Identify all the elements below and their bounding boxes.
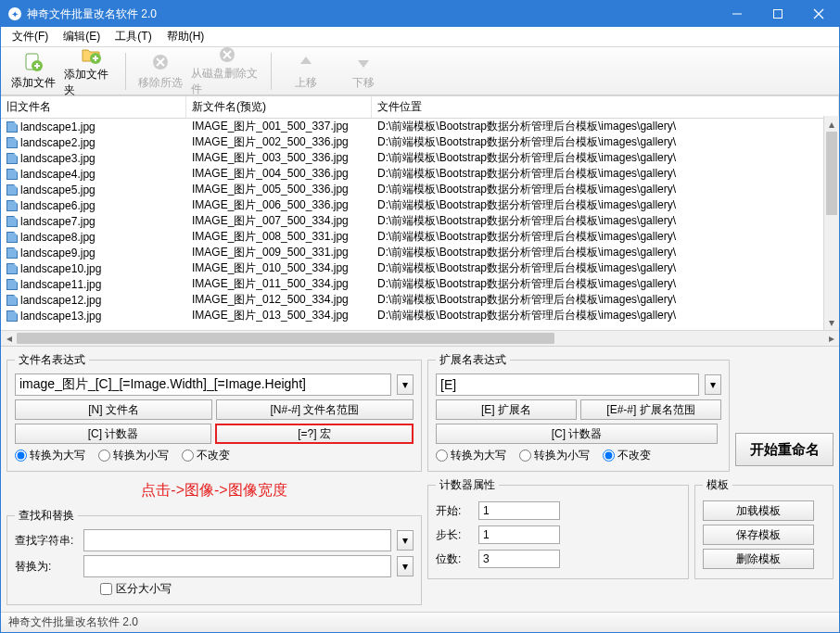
svg-rect-1 (774, 10, 783, 19)
scroll-right-icon[interactable]: ▸ (823, 331, 839, 346)
table-row[interactable]: landscape5.jpgIMAGE_图片_005_500_336.jpgD:… (1, 182, 839, 197)
file-icon (6, 295, 18, 306)
find-input[interactable] (83, 529, 391, 551)
table-row[interactable]: landscape6.jpgIMAGE_图片_006_500_336.jpgD:… (1, 197, 839, 213)
add-file-icon (22, 51, 45, 73)
find-replace-group: 查找和替换 查找字符串: ▾ 替换为: ▾ 区分大小写 (6, 508, 422, 605)
replace-dropdown[interactable]: ▾ (397, 556, 414, 576)
find-dropdown[interactable]: ▾ (397, 530, 414, 551)
table-row[interactable]: landscape9.jpgIMAGE_图片_009_500_331.jpgD:… (1, 245, 839, 260)
table-row[interactable]: landscape13.jpgIMAGE_图片_013_500_334.jpgD… (1, 308, 839, 323)
start-rename-button[interactable]: 开始重命名 (735, 433, 834, 466)
add-folder-icon (80, 44, 102, 65)
filename-expression-group: 文件名表达式 ▾ [N] 文件名 [N#-#] 文件名范围 [C] 计数器 [=… (6, 352, 422, 472)
scroll-down-icon[interactable]: ▾ (824, 314, 839, 330)
insert-counter-button[interactable]: [C] 计数器 (15, 424, 211, 444)
file-icon (6, 200, 18, 211)
table-row[interactable]: landscape7.jpgIMAGE_图片_007_500_334.jpgD:… (1, 213, 839, 229)
maximize-button[interactable] (757, 1, 798, 27)
horizontal-scrollbar[interactable]: ◂ ▸ (1, 330, 839, 346)
radio-lower[interactable]: 转换为小写 (98, 448, 169, 463)
vertical-scrollbar[interactable]: ▴ ▾ (823, 116, 839, 330)
table-row[interactable]: landscape8.jpgIMAGE_图片_008_500_331.jpgD:… (1, 229, 839, 245)
scroll-up-icon[interactable]: ▴ (824, 116, 839, 132)
table-row[interactable]: landscape1.jpgIMAGE_图片_001_500_337.jpgD:… (1, 119, 839, 134)
move-down-button[interactable]: 下移 (337, 49, 390, 94)
statusbar: 神奇文件批量改名软件 2.0 (1, 612, 839, 632)
template-legend: 模板 (703, 477, 732, 493)
app-icon: ✦ (8, 7, 21, 20)
extension-expression-legend: 扩展名表达式 (436, 352, 510, 368)
table-row[interactable]: landscape2.jpgIMAGE_图片_002_500_336.jpgD:… (1, 134, 839, 150)
delete-template-button[interactable]: 删除模板 (703, 549, 814, 569)
toolbar-divider (125, 53, 126, 90)
file-icon (6, 169, 18, 180)
table-row[interactable]: landscape3.jpgIMAGE_图片_003_500_336.jpgD:… (1, 150, 839, 166)
file-icon (6, 232, 18, 243)
minimize-button[interactable] (717, 1, 757, 27)
insert-e-button[interactable]: [E] 扩展名 (436, 399, 577, 420)
insert-e-range-button[interactable]: [E#-#] 扩展名范围 (580, 399, 721, 420)
counter-digits-input[interactable] (478, 550, 560, 568)
counter-step-input[interactable] (478, 525, 560, 544)
remove-selected-button[interactable]: 移除所选 (134, 49, 187, 94)
save-template-button[interactable]: 保存模板 (703, 525, 814, 545)
annotation-text: 点击->图像->图像宽度 (6, 477, 422, 502)
column-old-name[interactable]: 旧文件名 (1, 96, 186, 118)
add-file-label: 添加文件 (11, 75, 56, 91)
titlebar: ✦ 神奇文件批量改名软件 2.0 (1, 1, 839, 27)
arrow-down-icon (352, 51, 375, 73)
ext-counter-button[interactable]: [C] 计数器 (436, 424, 718, 444)
menu-tools[interactable]: 工具(T) (109, 27, 157, 46)
move-up-label: 上移 (295, 75, 317, 91)
ext-radio-upper[interactable]: 转换为大写 (436, 448, 506, 463)
radio-upper[interactable]: 转换为大写 (15, 448, 85, 463)
file-icon (6, 216, 18, 227)
add-folder-button[interactable]: 添加文件夹 (64, 49, 118, 94)
filename-expression-dropdown[interactable]: ▾ (397, 374, 414, 395)
menu-file[interactable]: 文件(F) (6, 27, 54, 46)
insert-macro-button[interactable]: [=?] 宏 (215, 424, 414, 444)
replace-input[interactable] (83, 555, 391, 577)
delete-from-disk-label: 从磁盘删除文件 (191, 66, 263, 97)
file-icon (6, 247, 18, 259)
table-row[interactable]: landscape10.jpgIMAGE_图片_010_500_334.jpgD… (1, 260, 839, 276)
column-new-name[interactable]: 新文件名(预览) (186, 96, 372, 118)
case-sensitive-label: 区分大小写 (116, 581, 172, 597)
menu-help[interactable]: 帮助(H) (161, 27, 210, 46)
delete-icon (216, 45, 238, 64)
ext-radio-lower[interactable]: 转换为小写 (519, 448, 590, 463)
insert-n-range-button[interactable]: [N#-#] 文件名范围 (216, 399, 414, 420)
extension-expression-dropdown[interactable]: ▾ (705, 374, 721, 395)
scroll-thumb[interactable] (17, 333, 554, 344)
close-button[interactable] (798, 1, 839, 27)
file-icon (6, 121, 18, 133)
add-file-button[interactable]: 添加文件 (6, 49, 60, 94)
file-icon (6, 310, 18, 322)
counter-start-label: 开始: (436, 503, 473, 519)
column-location[interactable]: 文件位置 (372, 96, 839, 118)
delete-from-disk-button[interactable]: 从磁盘删除文件 (191, 49, 263, 94)
table-row[interactable]: landscape12.jpgIMAGE_图片_012_500_334.jpgD… (1, 292, 839, 308)
load-template-button[interactable]: 加载模板 (703, 500, 814, 521)
scroll-thumb[interactable] (826, 132, 837, 215)
table-row[interactable]: landscape11.jpgIMAGE_图片_011_500_334.jpgD… (1, 276, 839, 292)
filename-expression-input[interactable] (15, 373, 391, 396)
remove-icon (149, 51, 172, 73)
move-up-button[interactable]: 上移 (279, 49, 333, 94)
replace-label: 替换为: (15, 559, 78, 575)
extension-expression-input[interactable] (436, 373, 699, 396)
scroll-left-icon[interactable]: ◂ (1, 331, 17, 346)
table-row[interactable]: landscape4.jpgIMAGE_图片_004_500_336.jpgD:… (1, 166, 839, 182)
counter-step-label: 步长: (436, 527, 473, 543)
menubar: 文件(F) 编辑(E) 工具(T) 帮助(H) (1, 27, 839, 47)
case-sensitive-checkbox[interactable] (100, 583, 112, 595)
counter-start-input[interactable] (478, 501, 560, 520)
insert-n-button[interactable]: [N] 文件名 (15, 399, 212, 420)
radio-none[interactable]: 不改变 (182, 448, 230, 463)
add-folder-label: 添加文件夹 (64, 67, 118, 98)
ext-radio-none[interactable]: 不改变 (603, 448, 651, 463)
window-title: 神奇文件批量改名软件 2.0 (27, 6, 717, 22)
file-icon (6, 279, 18, 290)
counter-digits-label: 位数: (436, 551, 473, 567)
